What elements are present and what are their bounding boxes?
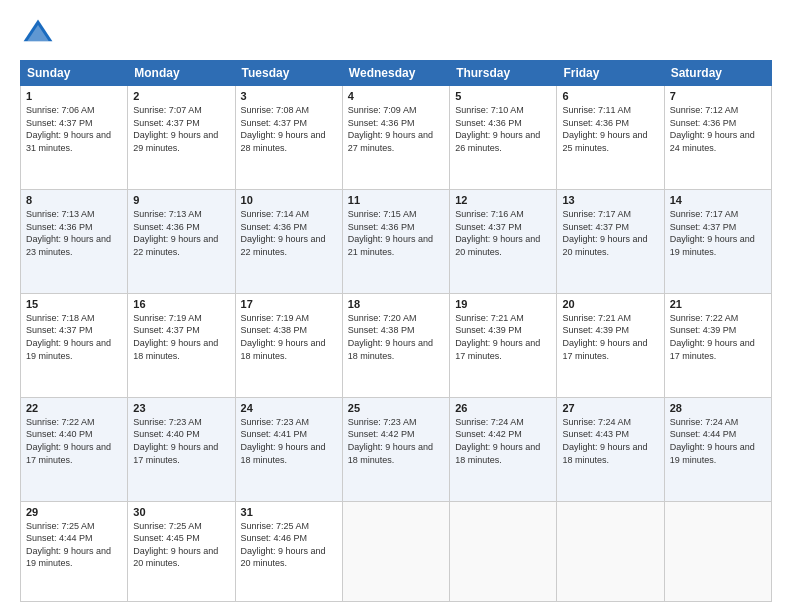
weekday-header-saturday: Saturday [664,61,771,86]
weekday-header-friday: Friday [557,61,664,86]
day-number: 27 [562,402,658,414]
day-info: Sunrise: 7:13 AMSunset: 4:36 PMDaylight:… [26,208,122,258]
calendar-cell: 18Sunrise: 7:20 AMSunset: 4:38 PMDayligh… [342,293,449,397]
day-number: 30 [133,506,229,518]
calendar-cell: 11Sunrise: 7:15 AMSunset: 4:36 PMDayligh… [342,189,449,293]
day-info: Sunrise: 7:23 AMSunset: 4:40 PMDaylight:… [133,416,229,466]
weekday-header-sunday: Sunday [21,61,128,86]
calendar-cell: 26Sunrise: 7:24 AMSunset: 4:42 PMDayligh… [450,397,557,501]
calendar-cell: 8Sunrise: 7:13 AMSunset: 4:36 PMDaylight… [21,189,128,293]
day-info: Sunrise: 7:16 AMSunset: 4:37 PMDaylight:… [455,208,551,258]
day-info: Sunrise: 7:08 AMSunset: 4:37 PMDaylight:… [241,104,337,154]
day-info: Sunrise: 7:09 AMSunset: 4:36 PMDaylight:… [348,104,444,154]
day-number: 23 [133,402,229,414]
day-info: Sunrise: 7:24 AMSunset: 4:42 PMDaylight:… [455,416,551,466]
day-info: Sunrise: 7:20 AMSunset: 4:38 PMDaylight:… [348,312,444,362]
day-number: 14 [670,194,766,206]
day-number: 10 [241,194,337,206]
day-number: 26 [455,402,551,414]
day-info: Sunrise: 7:23 AMSunset: 4:42 PMDaylight:… [348,416,444,466]
calendar-week-4: 22Sunrise: 7:22 AMSunset: 4:40 PMDayligh… [21,397,772,501]
calendar-cell: 9Sunrise: 7:13 AMSunset: 4:36 PMDaylight… [128,189,235,293]
calendar-cell: 14Sunrise: 7:17 AMSunset: 4:37 PMDayligh… [664,189,771,293]
calendar-cell: 31Sunrise: 7:25 AMSunset: 4:46 PMDayligh… [235,501,342,601]
day-number: 29 [26,506,122,518]
calendar-cell [450,501,557,601]
day-info: Sunrise: 7:12 AMSunset: 4:36 PMDaylight:… [670,104,766,154]
calendar-cell: 6Sunrise: 7:11 AMSunset: 4:36 PMDaylight… [557,86,664,190]
calendar-cell: 15Sunrise: 7:18 AMSunset: 4:37 PMDayligh… [21,293,128,397]
calendar-cell: 25Sunrise: 7:23 AMSunset: 4:42 PMDayligh… [342,397,449,501]
day-info: Sunrise: 7:24 AMSunset: 4:44 PMDaylight:… [670,416,766,466]
calendar-cell: 23Sunrise: 7:23 AMSunset: 4:40 PMDayligh… [128,397,235,501]
calendar-week-3: 15Sunrise: 7:18 AMSunset: 4:37 PMDayligh… [21,293,772,397]
day-info: Sunrise: 7:19 AMSunset: 4:37 PMDaylight:… [133,312,229,362]
calendar-cell [664,501,771,601]
calendar-cell: 22Sunrise: 7:22 AMSunset: 4:40 PMDayligh… [21,397,128,501]
day-number: 2 [133,90,229,102]
calendar-cell: 10Sunrise: 7:14 AMSunset: 4:36 PMDayligh… [235,189,342,293]
calendar: SundayMondayTuesdayWednesdayThursdayFrid… [20,60,772,602]
page: SundayMondayTuesdayWednesdayThursdayFrid… [0,0,792,612]
calendar-cell: 27Sunrise: 7:24 AMSunset: 4:43 PMDayligh… [557,397,664,501]
calendar-week-1: 1Sunrise: 7:06 AMSunset: 4:37 PMDaylight… [21,86,772,190]
day-number: 8 [26,194,122,206]
header [20,16,772,52]
calendar-cell: 29Sunrise: 7:25 AMSunset: 4:44 PMDayligh… [21,501,128,601]
calendar-cell: 2Sunrise: 7:07 AMSunset: 4:37 PMDaylight… [128,86,235,190]
calendar-cell: 3Sunrise: 7:08 AMSunset: 4:37 PMDaylight… [235,86,342,190]
calendar-cell: 7Sunrise: 7:12 AMSunset: 4:36 PMDaylight… [664,86,771,190]
day-info: Sunrise: 7:13 AMSunset: 4:36 PMDaylight:… [133,208,229,258]
day-number: 25 [348,402,444,414]
day-info: Sunrise: 7:17 AMSunset: 4:37 PMDaylight:… [670,208,766,258]
calendar-cell: 21Sunrise: 7:22 AMSunset: 4:39 PMDayligh… [664,293,771,397]
day-info: Sunrise: 7:15 AMSunset: 4:36 PMDaylight:… [348,208,444,258]
day-number: 18 [348,298,444,310]
day-info: Sunrise: 7:17 AMSunset: 4:37 PMDaylight:… [562,208,658,258]
day-number: 20 [562,298,658,310]
day-info: Sunrise: 7:25 AMSunset: 4:44 PMDaylight:… [26,520,122,570]
calendar-cell: 30Sunrise: 7:25 AMSunset: 4:45 PMDayligh… [128,501,235,601]
calendar-week-5: 29Sunrise: 7:25 AMSunset: 4:44 PMDayligh… [21,501,772,601]
day-info: Sunrise: 7:21 AMSunset: 4:39 PMDaylight:… [455,312,551,362]
day-number: 24 [241,402,337,414]
calendar-cell [342,501,449,601]
weekday-header-wednesday: Wednesday [342,61,449,86]
day-info: Sunrise: 7:23 AMSunset: 4:41 PMDaylight:… [241,416,337,466]
day-number: 21 [670,298,766,310]
calendar-cell: 12Sunrise: 7:16 AMSunset: 4:37 PMDayligh… [450,189,557,293]
day-number: 11 [348,194,444,206]
day-info: Sunrise: 7:22 AMSunset: 4:39 PMDaylight:… [670,312,766,362]
logo [20,16,60,52]
day-number: 7 [670,90,766,102]
calendar-cell: 24Sunrise: 7:23 AMSunset: 4:41 PMDayligh… [235,397,342,501]
day-info: Sunrise: 7:19 AMSunset: 4:38 PMDaylight:… [241,312,337,362]
calendar-cell: 1Sunrise: 7:06 AMSunset: 4:37 PMDaylight… [21,86,128,190]
day-number: 13 [562,194,658,206]
day-number: 16 [133,298,229,310]
calendar-cell: 20Sunrise: 7:21 AMSunset: 4:39 PMDayligh… [557,293,664,397]
day-number: 17 [241,298,337,310]
calendar-cell: 19Sunrise: 7:21 AMSunset: 4:39 PMDayligh… [450,293,557,397]
day-info: Sunrise: 7:21 AMSunset: 4:39 PMDaylight:… [562,312,658,362]
day-info: Sunrise: 7:18 AMSunset: 4:37 PMDaylight:… [26,312,122,362]
day-info: Sunrise: 7:22 AMSunset: 4:40 PMDaylight:… [26,416,122,466]
day-info: Sunrise: 7:25 AMSunset: 4:45 PMDaylight:… [133,520,229,570]
day-number: 6 [562,90,658,102]
calendar-cell: 16Sunrise: 7:19 AMSunset: 4:37 PMDayligh… [128,293,235,397]
weekday-header-row: SundayMondayTuesdayWednesdayThursdayFrid… [21,61,772,86]
weekday-header-thursday: Thursday [450,61,557,86]
day-info: Sunrise: 7:25 AMSunset: 4:46 PMDaylight:… [241,520,337,570]
calendar-week-2: 8Sunrise: 7:13 AMSunset: 4:36 PMDaylight… [21,189,772,293]
day-number: 5 [455,90,551,102]
day-number: 4 [348,90,444,102]
day-number: 28 [670,402,766,414]
day-number: 1 [26,90,122,102]
weekday-header-monday: Monday [128,61,235,86]
day-info: Sunrise: 7:10 AMSunset: 4:36 PMDaylight:… [455,104,551,154]
day-number: 9 [133,194,229,206]
day-info: Sunrise: 7:11 AMSunset: 4:36 PMDaylight:… [562,104,658,154]
weekday-header-tuesday: Tuesday [235,61,342,86]
day-number: 12 [455,194,551,206]
calendar-cell: 4Sunrise: 7:09 AMSunset: 4:36 PMDaylight… [342,86,449,190]
